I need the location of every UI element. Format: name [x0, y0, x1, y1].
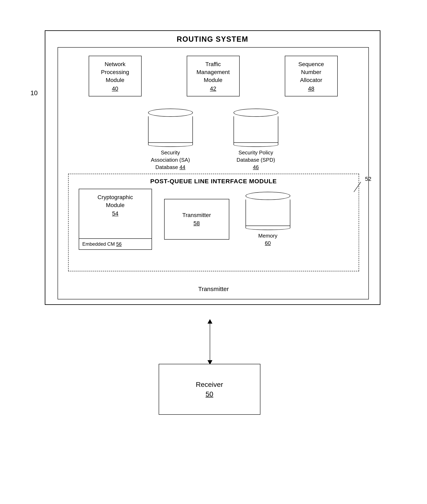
- tmm-line2: Management: [197, 68, 230, 76]
- crypto-line1: Cryptographic: [83, 193, 147, 201]
- spd-cylinder: [234, 109, 278, 147]
- postqueue-box: POST-QUEUE LINE INTERFACE MODULE Cryptog…: [68, 174, 359, 271]
- spd-cylinder-body: [234, 116, 278, 143]
- spd-label: Security Policy Database (SPD) 46: [236, 149, 275, 171]
- receiver-box: Receiver 50: [159, 364, 260, 415]
- routing-system-title: ROUTING SYSTEM: [45, 35, 380, 44]
- cryptographic-module: Cryptographic Module 54 Embedded CM 56: [79, 189, 152, 250]
- embedded-cm-number: 56: [116, 241, 122, 247]
- crypto-number: 54: [83, 210, 147, 217]
- tmm-line3: Module: [197, 76, 230, 84]
- spd-cylinder-top: [234, 109, 278, 117]
- label-52: 52: [365, 176, 372, 182]
- npm-line2: Processing: [101, 68, 129, 76]
- spd-number: 46: [236, 164, 275, 171]
- arrow-area: [207, 319, 212, 365]
- npm-number: 40: [112, 85, 118, 92]
- transmitter-58-number: 58: [193, 220, 200, 226]
- receiver-label: Receiver: [196, 381, 223, 389]
- sna-line1: Sequence: [298, 60, 324, 68]
- sa-cylinder-body: [148, 116, 193, 143]
- spd-cylinder-bottom: [234, 143, 278, 147]
- memory-cylinder-body: [245, 200, 290, 226]
- tmm-number: 42: [210, 85, 216, 92]
- sa-cylinder: [148, 109, 193, 147]
- traffic-management-module: Traffic Management Module 42: [187, 56, 240, 96]
- memory-cylinder-bottom: [245, 226, 290, 230]
- sa-cylinder-top: [148, 109, 193, 117]
- receiver-number: 50: [206, 390, 214, 398]
- routing-system-box: ROUTING SYSTEM Network Processing Module…: [45, 30, 381, 305]
- network-processing-module: Network Processing Module 40: [89, 56, 142, 96]
- memory-cylinder-top: [245, 192, 290, 200]
- sa-database: Security Association (SA) Database 44: [140, 109, 201, 171]
- embedded-cm: Embedded CM 56: [79, 238, 152, 249]
- postqueue-inner: Cryptographic Module 54 Embedded CM 56 T…: [69, 189, 359, 250]
- label-10: 10: [30, 89, 38, 97]
- arrow-head-up: [207, 319, 212, 323]
- sa-number: 44: [179, 164, 185, 170]
- db-row: Security Association (SA) Database 44 Se…: [58, 105, 368, 175]
- arrow-line: [210, 323, 210, 360]
- memory-number: 60: [258, 239, 277, 247]
- transmitter-label: Transmitter: [58, 286, 369, 293]
- transmitter-58-box: Transmitter 58: [164, 199, 229, 240]
- routing-inner-box: Network Processing Module 40 Traffic Man…: [58, 47, 369, 299]
- transmitter-58-label: Transmitter: [182, 212, 211, 218]
- crypto-line2: Module: [83, 201, 147, 209]
- sna-line3: Allocator: [298, 76, 324, 84]
- sequence-number-allocator: Sequence Number Allocator 48: [285, 56, 338, 96]
- postqueue-title: POST-QUEUE LINE INTERFACE MODULE: [69, 178, 359, 185]
- sna-line2: Number: [298, 68, 324, 76]
- sa-cylinder-bottom: [148, 143, 193, 147]
- npm-line3: Module: [101, 76, 129, 84]
- sna-number: 48: [308, 85, 314, 92]
- tmm-line1: Traffic: [197, 60, 230, 68]
- memory-label: Memory 60: [258, 232, 277, 247]
- top-modules-row: Network Processing Module 40 Traffic Man…: [58, 48, 368, 103]
- memory-cylinder-shape: [245, 192, 290, 230]
- crypto-top: Cryptographic Module 54: [79, 189, 152, 238]
- memory-60: Memory 60: [242, 192, 294, 247]
- sa-label: Security Association (SA) Database 44: [151, 149, 190, 171]
- diagram-page: 10 ROUTING SYSTEM Network Processing Mod…: [20, 18, 407, 486]
- spd-database: Security Policy Database (SPD) 46: [225, 109, 286, 171]
- npm-line1: Network: [101, 60, 129, 68]
